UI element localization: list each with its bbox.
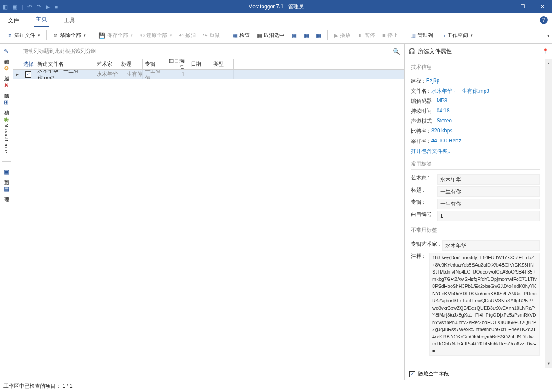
search-icon[interactable]: 🔍 (393, 48, 400, 55)
grid-area: 拖动列标题到此处根据该列分组 🔍 选择 新建文件名 艺术家 标题 专辑 曲目编号… (13, 44, 405, 380)
menu-home[interactable]: 主页 (34, 13, 49, 27)
menu-file[interactable]: 文件 (6, 14, 21, 27)
group-hint-text: 拖动列标题到此处根据该列分组 (23, 47, 96, 55)
cell-track[interactable]: 1 (165, 70, 188, 79)
col-type[interactable]: 类型 (211, 59, 234, 69)
cell-artist[interactable]: 水木年华 (94, 70, 119, 79)
dropdown-icon: ▾ (131, 33, 133, 37)
cell-title[interactable]: 一生有你 (119, 70, 143, 79)
table-row[interactable]: ▶ ✓ 水木年华 - 一生有你.mp3 水木年华 一生有你 一生有你 1 (13, 70, 404, 79)
tag-title-value[interactable]: 一生有你 (437, 186, 540, 197)
save-all-label: 保存全部 (107, 32, 128, 39)
properties-footer: ✓ 隐藏空白字段 (405, 368, 552, 380)
minimize-button[interactable]: ─ (493, 0, 513, 13)
manage-columns-button[interactable]: ▥ 管理列 (408, 30, 436, 41)
cell-type[interactable] (211, 70, 234, 79)
tag-artist-label: 艺术家 : (411, 174, 436, 182)
status-text: 工作区中已检查的项目： 1 / 1 (3, 382, 73, 390)
grid-view-1-button[interactable]: ▦ (289, 30, 300, 41)
undo-button[interactable]: ↶ 撤消 (176, 30, 199, 41)
sidebar-edit[interactable]: ✎编辑 (3, 46, 10, 58)
tag-artist-value[interactable]: 水木年华 (437, 174, 540, 185)
scroll-up-icon[interactable]: ▲ (547, 60, 551, 66)
checkbox-checked-icon[interactable]: ✓ (25, 71, 31, 78)
pin-icon[interactable]: 📍 (542, 48, 549, 54)
sidebar-script[interactable]: ⚙脚本 (3, 63, 10, 75)
sidebar-cover[interactable]: ▣封面 (3, 167, 10, 179)
hide-empty-checkbox[interactable]: ✓ (409, 371, 415, 377)
group-by-panel[interactable]: 拖动列标题到此处根据该列分组 🔍 (13, 44, 404, 59)
path-value: E:\j9p (426, 78, 440, 85)
app-icon: ◧ (3, 3, 8, 10)
qa-stop-icon[interactable]: ■ (54, 3, 58, 10)
pause-button[interactable]: ⏸ 暂停 (355, 30, 378, 41)
qa-separator: | (22, 3, 23, 10)
col-title[interactable]: 标题 (119, 59, 143, 69)
dropdown-icon: ▾ (471, 33, 473, 37)
restore-all-button[interactable]: ⟲ 还原全部 ▾ (137, 30, 175, 41)
save-all-button[interactable]: 💾 保存全部 ▾ (96, 30, 135, 41)
col-artist[interactable]: 艺术家 (94, 59, 119, 69)
restore-icon: ⟲ (140, 32, 145, 39)
help-icon[interactable]: ? (540, 16, 548, 24)
ribbon-collapse-icon[interactable]: ▾ (547, 33, 549, 38)
cell-filename[interactable]: 水木年华 - 一生有你.mp3 (35, 70, 94, 79)
undo-icon: ↶ (179, 32, 184, 39)
deselect-grid-icon: ▦ (257, 32, 262, 39)
col-track[interactable]: 曲目编号 (165, 59, 188, 69)
sidebar-musicbrainz[interactable]: ◉MusicBrainz (4, 114, 9, 156)
grid-view-3-button[interactable]: ▦ (313, 30, 324, 41)
qa-play-icon[interactable]: ▶ (46, 3, 50, 10)
left-sidebar: ✎编辑 ⚙脚本 ✖清除 ⊞猜测 ◉MusicBrainz ▣封面 ▤整理 (0, 44, 13, 380)
open-folder-link[interactable]: 打开包含文件夹... (411, 148, 452, 155)
window-title: Metatogger 7.1 - 管理员 (248, 3, 303, 10)
check-label: 检查 (239, 32, 250, 39)
tag-albumartist-label: 专辑艺术家 : (411, 240, 441, 248)
qa-redo-icon[interactable]: ↷ (37, 3, 41, 10)
scroll-down-icon[interactable]: ▼ (547, 361, 551, 367)
sidebar-organize[interactable]: ▤整理 (3, 184, 10, 196)
tag-track-value[interactable]: 1 (437, 211, 540, 221)
channel-label: 声道模式 : (411, 118, 435, 125)
col-date[interactable]: 日期 (188, 59, 211, 69)
col-select[interactable]: 选择 (21, 59, 35, 69)
properties-icon: 🎧 (408, 48, 415, 54)
qa-undo-icon[interactable]: ↶ (27, 3, 32, 10)
redo-button[interactable]: ↷ 重做 (200, 30, 222, 41)
cell-album[interactable]: 一生有你 (143, 70, 165, 79)
maximize-button[interactable]: ☐ (513, 0, 532, 13)
separator (46, 30, 47, 40)
cell-date[interactable] (188, 70, 211, 79)
sidebar-clean[interactable]: ✖清除 (3, 80, 10, 92)
cell-rest (234, 70, 404, 79)
tag-albumartist-value[interactable]: 水木年华 (442, 240, 540, 251)
col-album[interactable]: 专辑 (143, 59, 165, 69)
properties-panel: 🎧 所选文件属性 📍 技术信息 路径 :E:\j9p 文件名 :水木年华 - 一… (405, 44, 552, 380)
properties-header: 🎧 所选文件属性 📍 (405, 44, 552, 59)
vertical-scrollbar[interactable]: ▲ ▼ (545, 59, 552, 368)
col-filename[interactable]: 新建文件名 (35, 59, 94, 69)
row-checkbox-cell[interactable]: ✓ (21, 70, 35, 79)
stop-label: 停止 (387, 32, 398, 39)
workspace-button[interactable]: ▭ 工作空间 ▾ (438, 30, 475, 41)
separator (404, 30, 404, 40)
sidebar-guess[interactable]: ⊞猜测 (3, 97, 10, 109)
grid-icon: ▦ (304, 32, 309, 39)
close-button[interactable]: ✕ (532, 0, 552, 13)
dropdown-icon: ▾ (38, 33, 40, 37)
grid-view-2-button[interactable]: ▦ (301, 30, 312, 41)
qa-icon-1[interactable]: ▣ (12, 3, 17, 10)
tag-comment-value[interactable]: 163 key(Don't modify):L64FU3W4YxX3ZFTmbZ… (429, 253, 540, 356)
remove-all-button[interactable]: 🗎 移除全部 ▾ (50, 30, 88, 41)
check-button[interactable]: ▦ 检查 (230, 30, 252, 41)
play-button[interactable]: ▶ 播放 (331, 30, 353, 41)
tag-album-value[interactable]: 一生有你 (437, 199, 540, 209)
grid-icon: ▦ (316, 32, 321, 39)
separator (327, 30, 328, 40)
add-file-button[interactable]: 🗎 添加文件 ▾ (4, 30, 43, 41)
deselect-button[interactable]: ▦ 取消选中 (254, 30, 287, 41)
script-icon: ⚙ (4, 65, 10, 71)
menu-tools[interactable]: 工具 (62, 14, 77, 27)
stop-button[interactable]: ■ 停止 (380, 30, 401, 41)
samplerate-value: 44,100 Hertz (431, 138, 461, 145)
